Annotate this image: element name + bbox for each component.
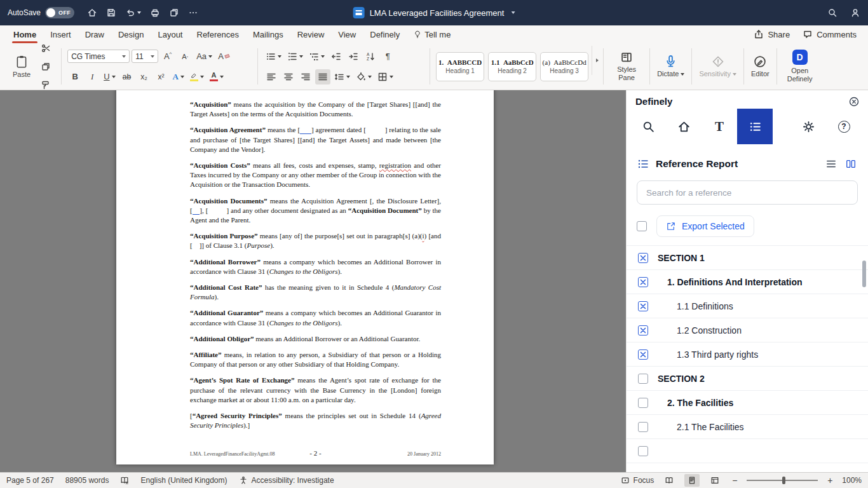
panel-nav-text[interactable]: T <box>702 109 737 144</box>
export-selected-button[interactable]: Export Selected <box>656 215 754 237</box>
document-canvas[interactable]: “Acquisition” means the acquisition by t… <box>0 90 626 472</box>
reference-row[interactable]: 2.1 The Facilities <box>627 415 868 439</box>
home-button[interactable] <box>87 8 97 18</box>
dictate-button[interactable]: Dictate <box>653 46 689 87</box>
export-checkbox[interactable] <box>637 221 647 231</box>
shrink-font-button[interactable]: Aˇ <box>177 49 193 64</box>
zoom-percentage[interactable]: 100% <box>842 476 862 485</box>
zoom-in-button[interactable]: + <box>825 475 834 485</box>
reference-checkbox[interactable] <box>638 325 648 336</box>
more-commands-button[interactable] <box>188 8 198 18</box>
reference-row[interactable]: 1.3 Third party rights <box>627 342 868 367</box>
align-right-button[interactable] <box>298 69 313 85</box>
copy-button[interactable] <box>169 8 179 18</box>
editor-button[interactable]: Editor <box>747 46 774 87</box>
sensitivity-button[interactable]: Sensitivity <box>695 46 741 87</box>
view-columns-button[interactable] <box>845 158 857 170</box>
style-gallery-more-button[interactable] <box>592 46 600 75</box>
increase-indent-button[interactable] <box>346 49 361 64</box>
decrease-indent-button[interactable] <box>329 49 344 64</box>
font-size-select[interactable]: 11 <box>132 50 158 63</box>
page-indicator[interactable]: Page 5 of 267 <box>6 476 54 485</box>
clear-formatting-button[interactable]: A <box>216 49 231 64</box>
italic-button[interactable]: I <box>85 69 100 85</box>
highlight-button[interactable] <box>188 69 206 85</box>
open-definely-button[interactable]: D Open Definely <box>780 46 820 87</box>
zoom-out-button[interactable]: − <box>730 475 739 485</box>
sort-button[interactable]: AZ <box>363 49 378 64</box>
document-title[interactable]: LMA Leveraged Facilities Agreement <box>353 7 515 18</box>
reference-checkbox[interactable] <box>638 253 648 263</box>
print-button[interactable] <box>150 8 160 18</box>
font-name-select[interactable]: CG Times <box>67 50 130 63</box>
reference-checkbox[interactable] <box>638 349 648 360</box>
reference-checkbox[interactable] <box>638 446 648 456</box>
language-selector[interactable]: English (United Kingdom) <box>140 476 227 485</box>
undo-button[interactable] <box>125 8 141 18</box>
reference-row[interactable]: 1.1 Definitions <box>627 294 868 318</box>
zoom-slider[interactable] <box>747 480 818 481</box>
tab-view[interactable]: View <box>331 25 363 43</box>
bullets-button[interactable] <box>264 49 283 64</box>
font-color-button[interactable]: A <box>208 69 226 85</box>
view-list-button[interactable] <box>825 158 837 170</box>
tab-definely[interactable]: Definely <box>363 25 407 43</box>
reference-row[interactable]: SECTION 1 <box>627 246 868 270</box>
numbering-button[interactable] <box>285 49 305 64</box>
autosave-toggle[interactable]: AutoSave OFF <box>8 7 74 18</box>
search-button[interactable] <box>827 8 837 18</box>
tab-draw[interactable]: Draw <box>78 25 111 43</box>
reference-checkbox[interactable] <box>638 422 648 432</box>
multilevel-list-button[interactable] <box>307 49 327 64</box>
justify-button[interactable] <box>315 69 330 85</box>
align-left-button[interactable] <box>264 69 279 85</box>
print-layout-button[interactable] <box>684 474 700 487</box>
reference-row[interactable]: 1. Definitions And Interpretation <box>627 270 868 294</box>
focus-toggle[interactable]: Focus <box>621 476 654 485</box>
account-button[interactable] <box>850 8 860 18</box>
grow-font-button[interactable]: A^ <box>160 49 175 64</box>
shading-button[interactable] <box>354 69 374 85</box>
web-layout-button[interactable] <box>707 474 722 487</box>
read-mode-button[interactable] <box>661 474 677 487</box>
line-spacing-button[interactable] <box>332 69 352 85</box>
panel-nav-help[interactable]: ? <box>826 109 862 144</box>
strikethrough-button[interactable]: ab <box>119 69 135 85</box>
borders-button[interactable] <box>376 69 395 85</box>
reference-row[interactable]: 2. The Facilities <box>627 391 868 415</box>
subscript-button[interactable]: x₂ <box>137 69 152 85</box>
style-heading-1[interactable]: 1. AABBCCDHeading 1 <box>436 52 484 81</box>
reference-row[interactable] <box>627 439 868 463</box>
reference-row[interactable]: 1.2 Construction <box>627 318 868 342</box>
proofing-status[interactable] <box>120 476 129 485</box>
document-page[interactable]: “Acquisition” means the acquisition by t… <box>116 90 494 464</box>
cut-button[interactable] <box>38 41 53 56</box>
text-effects-button[interactable]: A <box>171 69 186 85</box>
panel-nav-list[interactable] <box>737 109 773 144</box>
zoom-slider-thumb[interactable] <box>782 477 785 484</box>
share-button[interactable]: Share <box>754 29 790 39</box>
tab-layout[interactable]: Layout <box>151 25 189 43</box>
bold-button[interactable]: B <box>67 69 83 85</box>
change-case-button[interactable]: Aa <box>194 49 214 64</box>
tab-design[interactable]: Design <box>111 25 151 43</box>
paste-button[interactable]: Paste <box>9 53 34 79</box>
panel-nav-search[interactable] <box>630 109 666 144</box>
panel-scrollbar[interactable] <box>862 261 866 287</box>
reference-checkbox[interactable] <box>638 277 648 287</box>
word-count[interactable]: 88905 words <box>65 476 109 485</box>
style-heading-3[interactable]: (a) AaBbCcDdHeading 3 <box>540 52 588 81</box>
tab-review[interactable]: Review <box>290 25 332 43</box>
panel-nav-settings[interactable] <box>790 109 826 144</box>
tab-references[interactable]: References <box>190 25 246 43</box>
accessibility-status[interactable]: Accessibility: Investigate <box>239 476 334 485</box>
reference-row[interactable]: SECTION 2 <box>627 367 868 391</box>
save-button[interactable] <box>106 8 116 18</box>
show-marks-button[interactable]: ¶ <box>380 49 395 64</box>
reference-checkbox[interactable] <box>638 301 648 311</box>
align-center-button[interactable] <box>281 69 296 85</box>
tab-mailings[interactable]: Mailings <box>246 25 290 43</box>
reference-checkbox[interactable] <box>638 374 648 384</box>
copy-format-button[interactable] <box>38 59 53 74</box>
panel-close-button[interactable] <box>849 97 859 107</box>
